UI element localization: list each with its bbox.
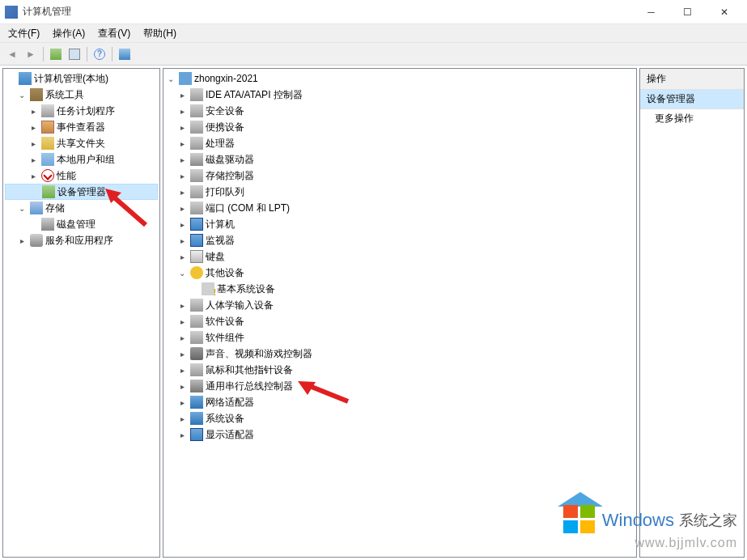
tree-performance[interactable]: ▸ 性能 (5, 168, 158, 184)
device-keyboard[interactable]: ▸键盘 (165, 248, 635, 265)
scope-tree-panel: ▸ 计算机管理(本地) ⌄ 系统工具 ▸ 任务计划程序 ▸ 事件查看器 ▸ 共享… (2, 68, 160, 558)
menu-help[interactable]: 帮助(H) (137, 25, 183, 42)
window-title: 计算机管理 (23, 5, 633, 19)
tree-root-label: 计算机管理(本地) (34, 72, 108, 86)
device-portable[interactable]: ▸便携设备 (165, 119, 635, 135)
toggle-collapsed-icon[interactable]: ▸ (28, 138, 39, 149)
watermark-sub: 系统之家 (679, 511, 737, 530)
watermark: Windows 系统之家 www.bjjmlv.com (563, 505, 737, 550)
disk-icon (41, 218, 54, 231)
content-area: ▸ 计算机管理(本地) ⌄ 系统工具 ▸ 任务计划程序 ▸ 事件查看器 ▸ 共享… (0, 66, 747, 560)
device-security[interactable]: ▸安全设备 (165, 103, 635, 119)
back-button[interactable]: ◄ (3, 45, 21, 63)
tool-scope-icon[interactable] (47, 45, 65, 63)
device-ide[interactable]: ▸IDE ATA/ATAPI 控制器 (165, 87, 635, 103)
actions-panel: 操作 设备管理器 更多操作 (639, 68, 745, 558)
maximize-button[interactable]: ☐ (669, 0, 706, 24)
services-icon (30, 234, 43, 247)
tree-shared-folders[interactable]: ▸ 共享文件夹 (5, 135, 158, 151)
shared-folder-icon (41, 137, 54, 150)
device-tree: ⌄ zhongxin-2021 ▸IDE ATA/ATAPI 控制器 ▸安全设备… (163, 69, 636, 444)
device-ports[interactable]: ▸端口 (COM 和 LPT) (165, 200, 635, 216)
toggle-expanded-icon[interactable]: ⌄ (16, 202, 28, 214)
scope-tree: ▸ 计算机管理(本地) ⌄ 系统工具 ▸ 任务计划程序 ▸ 事件查看器 ▸ 共享… (3, 69, 159, 250)
storage-controller-icon (190, 169, 203, 182)
device-storage-ctrl[interactable]: ▸存储控制器 (165, 168, 635, 184)
actions-context: 设备管理器 (640, 90, 744, 109)
tools-icon (30, 88, 43, 101)
toggle-expanded-icon[interactable]: ⌄ (16, 89, 28, 100)
menu-file[interactable]: 文件(F) (2, 25, 46, 42)
minimize-button[interactable]: ─ (633, 0, 669, 24)
help-icon[interactable]: ? (91, 45, 108, 63)
mouse-icon (190, 363, 203, 376)
computer-icon (19, 72, 32, 85)
tree-event-viewer[interactable]: ▸ 事件查看器 (5, 119, 158, 135)
app-icon (5, 6, 18, 19)
tree-root[interactable]: ▸ 计算机管理(本地) (5, 70, 158, 87)
window-controls: ─ ☐ ✕ (633, 0, 742, 24)
device-hid[interactable]: ▸人体学输入设备 (165, 297, 635, 313)
tree-storage[interactable]: ⌄ 存储 (5, 200, 158, 216)
device-mouse[interactable]: ▸鼠标和其他指针设备 (165, 362, 635, 378)
device-diskdrive[interactable]: ▸磁盘驱动器 (165, 151, 635, 168)
ide-controller-icon (190, 88, 203, 101)
title-bar: 计算机管理 ─ ☐ ✕ (0, 0, 747, 24)
performance-icon (41, 169, 54, 182)
menu-action[interactable]: 操作(A) (46, 25, 91, 42)
device-sound[interactable]: ▸声音、视频和游戏控制器 (165, 346, 635, 362)
device-tree-panel: ⌄ zhongxin-2021 ▸IDE ATA/ATAPI 控制器 ▸安全设备… (163, 68, 637, 558)
close-button[interactable]: ✕ (706, 0, 742, 24)
processor-icon (190, 137, 203, 150)
storage-icon (30, 202, 43, 214)
tree-local-users[interactable]: ▸ 本地用户和组 (5, 151, 158, 168)
hid-icon (190, 299, 203, 312)
tree-services[interactable]: ▸ 服务和应用程序 (5, 232, 158, 248)
toggle-collapsed-icon[interactable]: ▸ (16, 235, 28, 246)
tree-device-manager[interactable]: ▸ 设备管理器 (5, 184, 158, 200)
device-software-devices[interactable]: ▸软件设备 (165, 313, 635, 329)
menu-view[interactable]: 查看(V) (91, 25, 137, 42)
toggle-collapsed-icon[interactable]: ▸ (28, 154, 39, 165)
event-log-icon (41, 121, 54, 134)
network-adapter-icon (190, 396, 203, 409)
more-actions[interactable]: 更多操作 (640, 109, 744, 128)
device-manager-icon (42, 185, 55, 198)
toolbar: ◄ ► ? (0, 43, 747, 66)
device-usb[interactable]: ▸通用串行总线控制器 (165, 378, 635, 394)
device-other[interactable]: ⌄其他设备 (165, 265, 635, 281)
actions-header: 操作 (640, 69, 744, 90)
device-display[interactable]: ▸显示适配器 (165, 426, 635, 443)
device-system[interactable]: ▸系统设备 (165, 410, 635, 426)
toggle-collapsed-icon[interactable]: ▸ (28, 170, 39, 181)
computer-icon (179, 72, 192, 85)
device-print-queue[interactable]: ▸打印队列 (165, 184, 635, 200)
separator (43, 47, 44, 62)
other-devices-icon (190, 266, 203, 279)
device-network[interactable]: ▸网络适配器 (165, 394, 635, 410)
usb-icon (190, 380, 203, 392)
toggle-collapsed-icon[interactable]: ▸ (28, 105, 39, 117)
menu-bar: 文件(F) 操作(A) 查看(V) 帮助(H) (0, 24, 747, 43)
tree-disk-management[interactable]: ▸ 磁盘管理 (5, 216, 158, 232)
watermark-brand: Windows (602, 510, 674, 531)
device-unknown[interactable]: ▸基本系统设备 (165, 281, 635, 297)
system-device-icon (190, 412, 203, 425)
tool-view-icon[interactable] (66, 45, 83, 63)
tool-devices-icon[interactable] (116, 45, 134, 63)
forward-button[interactable]: ► (22, 45, 40, 63)
clock-icon (41, 104, 54, 117)
software-component-icon (190, 331, 203, 344)
toggle-collapsed-icon[interactable]: ▸ (28, 121, 39, 133)
device-computer[interactable]: ▸计算机 (165, 216, 635, 232)
printer-icon (190, 185, 203, 198)
tree-task-scheduler[interactable]: ▸ 任务计划程序 (5, 103, 158, 119)
device-cpu[interactable]: ▸处理器 (165, 135, 635, 151)
device-root[interactable]: ⌄ zhongxin-2021 (165, 70, 635, 87)
device-software-components[interactable]: ▸软件组件 (165, 329, 635, 346)
sound-icon (190, 347, 203, 360)
port-icon (190, 202, 203, 214)
device-monitor[interactable]: ▸监视器 (165, 232, 635, 248)
software-device-icon (190, 315, 203, 328)
tree-system-tools[interactable]: ⌄ 系统工具 (5, 87, 158, 103)
